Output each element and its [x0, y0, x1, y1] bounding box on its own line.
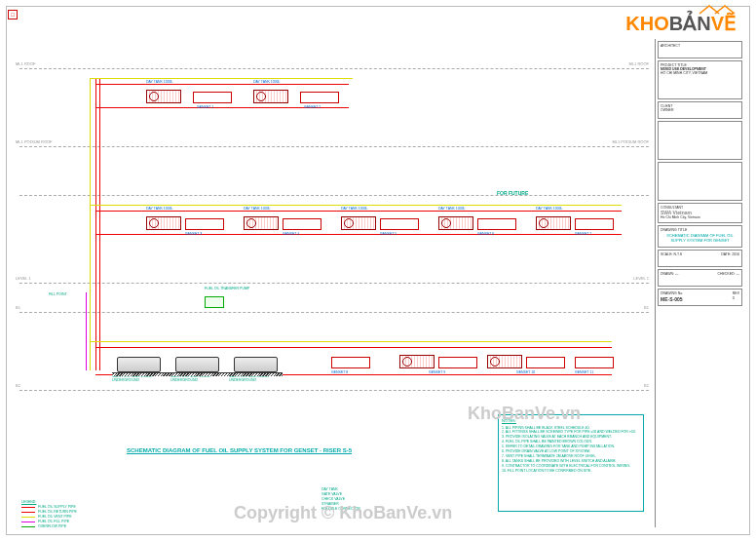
main-tank: [117, 357, 161, 372]
genset: [526, 357, 565, 368]
level-lbl: LEVEL 1: [633, 276, 649, 281]
tb-val: OWNER: [661, 108, 673, 112]
note-line: 9. CONTRACTOR TO COORDINATE WITH ELECTRI…: [502, 464, 640, 469]
legend-txt: FUEL OIL RETURN PIPE: [38, 510, 77, 514]
day-tank: [253, 90, 288, 103]
level-lbl: B2: [16, 383, 20, 388]
genset: [185, 218, 224, 230]
tank-label: DAY TANK 1000L: [146, 207, 173, 211]
tb-swa: SWA Vietnam: [661, 210, 692, 215]
legend-row: FUEL OIL RETURN PIPE: [21, 510, 119, 514]
gen-label: GENSET 7: [575, 232, 591, 236]
tb-revisions: [658, 121, 742, 160]
gen-label: GENSET 10: [516, 370, 535, 374]
level-lbl: B1: [644, 305, 649, 310]
legend-row: OVERFLOW PIPE: [21, 524, 119, 528]
gen-label: GENSET 6: [477, 232, 494, 236]
drawing-title: SCHEMATIC DIAGRAM OF FUEL OIL SUPPLY SYS…: [127, 447, 352, 453]
genset: [283, 218, 321, 230]
tank-label: DAY TANK 1000L: [341, 207, 368, 211]
day-tank: [399, 355, 435, 368]
gen-label: GENSET 8: [331, 370, 348, 374]
legend-row: FUEL OIL VENT PIPE: [21, 515, 119, 519]
tb-dwg-title: DRAWING TITLE SCHEMATIC DIAGRAM OF FUEL …: [658, 225, 742, 249]
tank-label: DAY TANK 1000L: [146, 80, 173, 84]
roof-icon: [698, 4, 737, 16]
legend-row: STRAINER: [321, 502, 409, 506]
note-line: 10. FILL POINT LOCATION TO BE CONFIRMED …: [502, 469, 640, 474]
legend-row: FUEL OIL FILL PIPE: [21, 520, 119, 523]
pipe: [95, 211, 622, 212]
level-line: B2B2: [19, 390, 649, 391]
genset: [300, 92, 339, 103]
level-lbl: ML1 PODIUM ROOF: [612, 139, 649, 144]
vent-riser: [90, 78, 91, 370]
level-lbl: ML1 ROOF: [16, 61, 35, 66]
tank-label: DAY TANK 1000L: [536, 207, 563, 211]
tb-swa-addr: Ho Chi Minh City, Vietnam: [661, 215, 700, 219]
notes-box: NOTES: 1. ALL PIPING SHALL BE BLACK STEE…: [498, 414, 644, 512]
legend-sym: [21, 512, 35, 513]
day-tank: [341, 216, 376, 230]
genset: [193, 92, 232, 103]
tb-scale-date: SCALE: N.T.S DATE: 2016: [658, 250, 742, 267]
level-line: B1B1: [19, 312, 649, 313]
return-riser: [99, 78, 100, 370]
day-tank: [438, 216, 473, 230]
tb-val: ME-S-005: [661, 296, 683, 302]
legend-title: LEGEND:: [21, 500, 119, 504]
fill-point-label: FILL POINT: [49, 292, 67, 296]
level-line: LEVEL 1LEVEL 1: [19, 283, 649, 284]
genset: [380, 218, 419, 230]
legend-row: GATE VALVE: [321, 492, 409, 496]
tb-lbl: DATE: [721, 252, 730, 256]
legend-txt: CHECK VALVE: [321, 497, 345, 501]
tb-val: N.T.S: [673, 252, 682, 256]
transfer-pump: [205, 296, 224, 308]
legend-row: CHECK VALVE: [321, 497, 409, 501]
pipe: [90, 78, 353, 79]
legend-row: DAY TANK: [321, 487, 409, 491]
gen-label: GENSET 9: [429, 370, 445, 374]
tb-val: —: [675, 272, 679, 276]
legend-txt: FUEL OIL SUPPLY PIPE: [38, 505, 76, 509]
day-tank: [244, 216, 279, 230]
future-label: FOR FUTURE: [497, 190, 528, 196]
tb-drawn-checked: DRAWN: — CHECKED: —: [658, 269, 742, 287]
gen-label: GENSET 2: [304, 105, 321, 109]
legend-txt: GATE VALVE: [321, 492, 342, 496]
level-lbl: ML1 ROOF: [629, 61, 649, 66]
legend-row: FLEXIBLE CONNECTOR: [321, 507, 409, 511]
genset: [575, 218, 614, 230]
page-tick: □: [8, 10, 18, 19]
gen-label: GENSET 5: [380, 232, 397, 236]
tb-val: —: [737, 272, 740, 276]
day-tank: [146, 90, 181, 103]
tank-label: DAY TANK 1000L: [253, 80, 281, 84]
level-line: [19, 195, 649, 196]
genset: [331, 357, 370, 368]
pipe: [95, 84, 349, 85]
tb-val: 2016: [732, 252, 739, 256]
fill-riser: [86, 292, 87, 370]
ground-hatch: [112, 372, 283, 376]
level-lbl: B2: [644, 383, 649, 388]
tb-architect: ARCHITECT: [658, 41, 742, 58]
legend-txt: FUEL OIL FILL PIPE: [38, 520, 69, 523]
tb-keyplan: [658, 162, 742, 201]
tb-lbl: SCALE: [661, 252, 671, 256]
legend-sym: [21, 522, 35, 522]
tb-val: SCHEMATIC DIAGRAM OF FUEL OIL SUPPLY SYS…: [661, 234, 739, 244]
tb-client: CLIENT OWNER: [658, 101, 742, 119]
main-tank: [234, 357, 278, 372]
legend-row: FUEL OIL SUPPLY PIPE: [21, 505, 119, 509]
tb-lbl: DRAWING TITLE: [661, 228, 739, 232]
supply-riser: [95, 78, 96, 370]
tb-dwg-no: DRAWING No.ME-S-005 REV0: [658, 289, 742, 306]
genset: [575, 357, 614, 368]
level-line: ML1 PODIUM ROOFML1 PODIUM ROOF: [19, 146, 649, 147]
pipe: [90, 205, 622, 206]
main-tank: [175, 357, 219, 372]
titleblock: ARCHITECT PROJECT TITLE MIXED USE DEVELO…: [655, 39, 744, 527]
pump-label: FUEL OIL TRANSFER PUMP: [205, 287, 249, 290]
